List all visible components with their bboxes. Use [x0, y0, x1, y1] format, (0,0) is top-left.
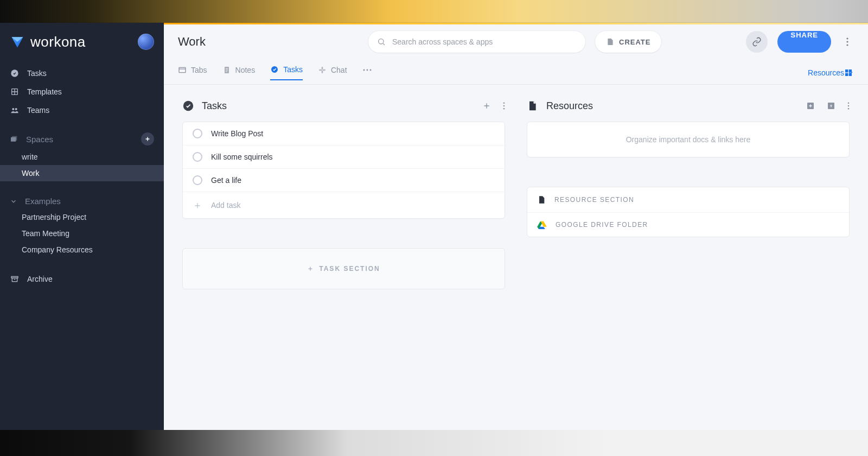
svg-point-32	[848, 105, 850, 107]
svg-point-10	[846, 41, 848, 42]
brand[interactable]: workona	[10, 34, 86, 50]
example-team-meeting[interactable]: Team Meeting	[0, 225, 164, 242]
svg-point-31	[848, 102, 850, 104]
layout-toggle-button[interactable]	[844, 68, 853, 77]
svg-rect-16	[319, 69, 322, 71]
task-radio[interactable]	[193, 175, 202, 185]
svg-rect-21	[845, 69, 848, 72]
svg-point-27	[503, 105, 505, 107]
tasks-more-button[interactable]	[503, 102, 505, 110]
nav-templates[interactable]: Templates	[0, 83, 164, 101]
page-title: Work	[178, 35, 206, 49]
svg-point-28	[503, 108, 505, 110]
nav-tasks[interactable]: Tasks	[0, 64, 164, 83]
create-label: CREATE	[619, 38, 650, 46]
resources-panel: Resources Organize important docs & link…	[527, 100, 850, 415]
task-title: Kill some squirrels	[211, 153, 273, 161]
svg-point-2	[12, 108, 14, 110]
svg-point-13	[271, 66, 278, 73]
document-icon	[537, 195, 546, 205]
resources-placeholder-card[interactable]: Organize important docs & links here	[527, 122, 850, 157]
add-task-row[interactable]: ＋ Add task	[183, 192, 505, 218]
space-label: write	[22, 153, 38, 161]
examples-header-label: Examples	[25, 197, 61, 206]
add-task-section[interactable]: TASK SECTION	[182, 248, 505, 289]
add-space-button[interactable]	[141, 132, 154, 145]
add-resource-button[interactable]	[806, 102, 815, 110]
content-area: Tasks Write Blog Post Kill some squirrel…	[164, 85, 868, 430]
space-work[interactable]: Work	[0, 165, 164, 181]
svg-point-20	[369, 69, 371, 71]
task-radio[interactable]	[193, 152, 202, 162]
resources-placeholder-text: Organize important docs & links here	[527, 122, 849, 157]
more-horizontal-icon	[362, 68, 372, 72]
task-radio[interactable]	[193, 129, 202, 138]
create-button[interactable]: CREATE	[595, 31, 661, 53]
search-icon	[377, 37, 386, 46]
sidebar: workona Tasks Templates Teams	[0, 23, 164, 430]
space-label: Company Resources	[22, 245, 93, 254]
task-row[interactable]: Write Blog Post	[183, 122, 505, 145]
space-write[interactable]: write	[0, 149, 164, 165]
example-partnership[interactable]: Partnership Project	[0, 209, 164, 225]
topbar: Work CREATE SHARE	[164, 23, 868, 61]
resource-option-gdrive[interactable]: GOOGLE DRIVE FOLDER	[527, 213, 849, 237]
svg-point-33	[848, 108, 850, 110]
share-label: SHARE	[790, 31, 818, 39]
more-menu-button[interactable]	[841, 31, 854, 53]
svg-rect-15	[322, 71, 323, 73]
people-icon	[10, 105, 20, 115]
create-icon	[606, 37, 615, 46]
add-task-button[interactable]	[482, 102, 491, 110]
share-button[interactable]: SHARE	[777, 31, 831, 53]
tab-tabs[interactable]: Tabs	[178, 66, 207, 80]
tab-chat[interactable]: Chat	[318, 66, 347, 80]
nav-label: Tasks	[27, 69, 47, 78]
tab-label: Notes	[235, 66, 256, 74]
avatar[interactable]	[138, 34, 154, 50]
svg-point-9	[846, 37, 848, 39]
svg-rect-5	[12, 136, 17, 141]
link-button[interactable]	[746, 31, 768, 53]
svg-rect-12	[179, 67, 186, 72]
check-circle-icon	[270, 65, 279, 74]
archive-icon	[10, 274, 20, 284]
spaces-header-label: Spaces	[26, 135, 53, 144]
task-title: Get a life	[211, 176, 241, 185]
nav-archive[interactable]: Archive	[0, 270, 164, 288]
window-icon	[178, 66, 187, 74]
workona-logo-icon	[10, 34, 25, 49]
example-company-resources[interactable]: Company Resources	[0, 242, 164, 258]
svg-rect-7	[12, 278, 17, 282]
svg-point-25	[183, 101, 193, 111]
note-icon	[222, 66, 231, 74]
task-title: Write Blog Post	[211, 129, 263, 138]
search-input[interactable]	[368, 31, 585, 53]
slack-icon	[318, 66, 327, 74]
resource-option-label: RESOURCE SECTION	[554, 196, 634, 204]
quick-resource-button[interactable]	[827, 102, 835, 110]
plus-icon: ＋	[193, 199, 202, 212]
resource-option-section[interactable]: RESOURCE SECTION	[527, 187, 849, 213]
task-section-label: TASK SECTION	[319, 265, 380, 273]
nav-teams[interactable]: Teams	[0, 101, 164, 119]
resources-more-button[interactable]	[847, 102, 850, 110]
ambient-top-gradient	[0, 0, 868, 23]
space-label: Team Meeting	[22, 229, 69, 238]
tab-tasks[interactable]: Tasks	[270, 65, 303, 80]
tabbar: Tabs Notes Tasks Chat Resources	[164, 61, 868, 85]
resource-options-card: RESOURCE SECTION GOOGLE DRIVE FOLDER	[527, 187, 850, 237]
document-icon	[527, 100, 539, 112]
nav-label: Templates	[27, 87, 62, 96]
resources-heading: Resources	[546, 100, 593, 112]
task-row[interactable]: Kill some squirrels	[183, 145, 505, 169]
main-area: Work CREATE SHARE	[164, 23, 868, 430]
examples-header[interactable]: Examples	[0, 191, 164, 209]
tab-notes[interactable]: Notes	[222, 66, 256, 80]
svg-point-11	[846, 44, 848, 46]
task-row[interactable]: Get a life	[183, 169, 505, 192]
tab-more[interactable]	[362, 68, 372, 77]
tab-label: Chat	[331, 66, 347, 74]
check-circle-icon	[182, 100, 194, 112]
nav-label: Archive	[27, 275, 53, 283]
